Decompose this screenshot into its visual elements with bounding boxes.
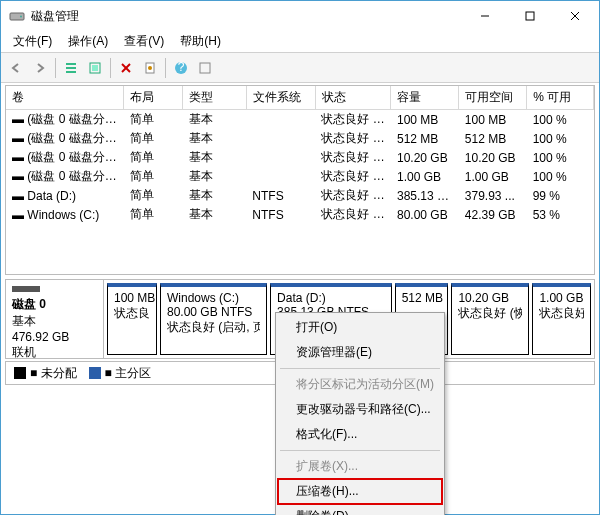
close-button[interactable] (552, 2, 597, 30)
cell-type: 基本 (183, 110, 246, 130)
menu-help[interactable]: 帮助(H) (172, 31, 229, 52)
cell-vol: ▬ (磁盘 0 磁盘分区 7) (6, 167, 124, 186)
table-header-row[interactable]: 卷 布局 类型 文件系统 状态 容量 可用空间 % 可用 (6, 86, 594, 110)
table-row[interactable]: ▬ (磁盘 0 磁盘分区 6)简单基本状态良好 (...10.20 GB10.2… (6, 148, 594, 167)
cell-type: 基本 (183, 205, 246, 224)
cell-pctfree: 100 % (527, 129, 594, 148)
col-type[interactable]: 类型 (183, 86, 246, 110)
cell-type: 基本 (183, 167, 246, 186)
titlebar: 磁盘管理 (1, 1, 599, 31)
cell-fs: NTFS (246, 205, 315, 224)
window-title: 磁盘管理 (31, 8, 462, 25)
table-row[interactable]: ▬ (磁盘 0 磁盘分区 1)简单基本状态良好 (...100 MB100 MB… (6, 110, 594, 130)
refresh-icon[interactable] (84, 57, 106, 79)
cell-status: 状态良好 (... (315, 129, 391, 148)
col-capacity[interactable]: 容量 (391, 86, 459, 110)
cell-pctfree: 100 % (527, 110, 594, 130)
disk-size: 476.92 GB (12, 330, 97, 344)
nav-forward-icon[interactable] (29, 57, 51, 79)
svg-rect-3 (526, 12, 534, 20)
cell-layout: 简单 (124, 129, 183, 148)
cell-pctfree: 53 % (527, 205, 594, 224)
cell-vol: ▬ (磁盘 0 磁盘分区 6) (6, 148, 124, 167)
table-row[interactable]: ▬ Data (D:)简单基本NTFS状态良好 (...385.13 GB379… (6, 186, 594, 205)
col-freespace[interactable]: 可用空间 (459, 86, 527, 110)
ctx-shrink[interactable]: 压缩卷(H)... (278, 479, 442, 504)
cell-vol: ▬ (磁盘 0 磁盘分区 1) (6, 110, 124, 130)
ctx-explorer[interactable]: 资源管理器(E) (278, 340, 442, 365)
cell-capacity: 385.13 GB (391, 186, 459, 205)
cell-status: 状态良好 (... (315, 167, 391, 186)
cell-free: 379.93 ... (459, 186, 527, 205)
cell-free: 512 MB (459, 129, 527, 148)
menu-action[interactable]: 操作(A) (60, 31, 116, 52)
svg-rect-16 (200, 63, 210, 73)
menu-file[interactable]: 文件(F) (5, 31, 60, 52)
context-menu: 打开(O) 资源管理器(E) 将分区标记为活动分区(M) 更改驱动器号和路径(C… (275, 312, 445, 515)
properties-icon[interactable] (139, 57, 161, 79)
partition-status: 状态良好 (恢 (539, 305, 584, 322)
cell-free: 42.39 GB (459, 205, 527, 224)
volume-list[interactable]: 卷 布局 类型 文件系统 状态 容量 可用空间 % 可用 ▬ (磁盘 0 磁盘分… (5, 85, 595, 275)
partition-block[interactable]: 100 MB状态良好 (107, 283, 157, 355)
legend-primary: ■ 主分区 (89, 365, 152, 382)
volume-table: 卷 布局 类型 文件系统 状态 容量 可用空间 % 可用 ▬ (磁盘 0 磁盘分… (6, 86, 594, 224)
cell-pctfree: 100 % (527, 167, 594, 186)
disk-header[interactable]: 磁盘 0 基本 476.92 GB 联机 (6, 280, 104, 358)
cell-fs (246, 167, 315, 186)
cell-free: 10.20 GB (459, 148, 527, 167)
ctx-delete[interactable]: 删除卷(D)... (278, 504, 442, 515)
cell-free: 1.00 GB (459, 167, 527, 186)
disk-icon (12, 286, 40, 292)
cell-capacity: 80.00 GB (391, 205, 459, 224)
minimize-button[interactable] (462, 2, 507, 30)
svg-rect-7 (66, 67, 76, 69)
help-icon[interactable]: ? (170, 57, 192, 79)
svg-rect-8 (66, 71, 76, 73)
cell-fs: NTFS (246, 186, 315, 205)
col-volume[interactable]: 卷 (6, 86, 124, 110)
disk-state: 联机 (12, 344, 97, 359)
ctx-change-drive-letter[interactable]: 更改驱动器号和路径(C)... (278, 397, 442, 422)
cell-layout: 简单 (124, 205, 183, 224)
toolbar: ? (1, 53, 599, 83)
cell-capacity: 100 MB (391, 110, 459, 130)
cell-layout: 简单 (124, 167, 183, 186)
disk-type: 基本 (12, 313, 97, 330)
menu-view[interactable]: 查看(V) (116, 31, 172, 52)
list-view-icon[interactable] (60, 57, 82, 79)
cell-pctfree: 99 % (527, 186, 594, 205)
cell-vol: ▬ Windows (C:) (6, 205, 124, 224)
partition-block[interactable]: Windows (C:)80.00 GB NTFS状态良好 (启动, 页面文 (160, 283, 267, 355)
cell-vol: ▬ (磁盘 0 磁盘分区 5) (6, 129, 124, 148)
partition-block[interactable]: 10.20 GB状态良好 (恢复分 (451, 283, 529, 355)
partition-status: 状态良好 (114, 305, 150, 322)
svg-rect-6 (66, 63, 76, 65)
col-pctfree[interactable]: % 可用 (527, 86, 594, 110)
col-layout[interactable]: 布局 (124, 86, 183, 110)
settings-icon[interactable] (194, 57, 216, 79)
partition-block[interactable]: 1.00 GB状态良好 (恢 (532, 283, 591, 355)
action-x-icon[interactable] (115, 57, 137, 79)
partition-label: Data (D:) (277, 291, 385, 305)
table-row[interactable]: ▬ (磁盘 0 磁盘分区 7)简单基本状态良好 (...1.00 GB1.00 … (6, 167, 594, 186)
col-filesystem[interactable]: 文件系统 (246, 86, 315, 110)
partition-status: 状态良好 (启动, 页面文 (167, 319, 260, 336)
table-row[interactable]: ▬ (磁盘 0 磁盘分区 5)简单基本状态良好 (...512 MB512 MB… (6, 129, 594, 148)
cell-fs (246, 129, 315, 148)
maximize-button[interactable] (507, 2, 552, 30)
cell-pctfree: 100 % (527, 148, 594, 167)
nav-back-icon[interactable] (5, 57, 27, 79)
ctx-open[interactable]: 打开(O) (278, 315, 442, 340)
table-row[interactable]: ▬ Windows (C:)简单基本NTFS状态良好 (...80.00 GB4… (6, 205, 594, 224)
cell-capacity: 512 MB (391, 129, 459, 148)
cell-status: 状态良好 (... (315, 205, 391, 224)
svg-text:?: ? (178, 61, 185, 74)
cell-capacity: 1.00 GB (391, 167, 459, 186)
ctx-format[interactable]: 格式化(F)... (278, 422, 442, 447)
partition-size: 10.20 GB (458, 291, 522, 305)
partition-size: 512 MB (402, 291, 442, 305)
col-status[interactable]: 状态 (315, 86, 391, 110)
svg-point-13 (148, 66, 152, 70)
cell-status: 状态良好 (... (315, 148, 391, 167)
